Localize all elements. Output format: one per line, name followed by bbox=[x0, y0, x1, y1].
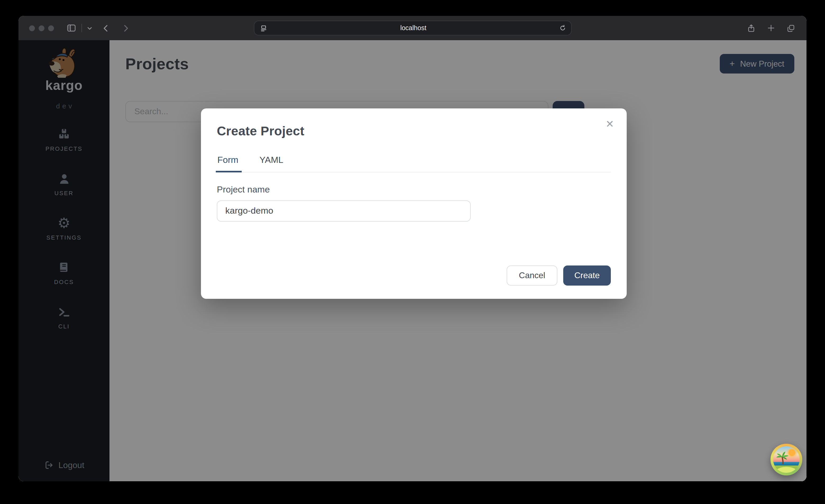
chevron-down-icon bbox=[87, 25, 92, 31]
desktop-background: localhost bbox=[0, 0, 825, 504]
plus-icon bbox=[767, 24, 775, 32]
tropical-avatar-scene bbox=[773, 446, 800, 473]
tabs-copy-icon bbox=[786, 23, 796, 32]
titlebar-right-actions bbox=[747, 23, 796, 32]
sidebar-toggle-icon bbox=[66, 23, 77, 33]
window-controls bbox=[29, 25, 54, 31]
close-window-button[interactable] bbox=[29, 25, 35, 31]
sidebar-toggle-button[interactable] bbox=[66, 23, 77, 33]
modal-close-button[interactable]: ✕ bbox=[603, 117, 616, 131]
project-name-input[interactable] bbox=[217, 201, 471, 222]
new-tab-button[interactable] bbox=[767, 24, 775, 32]
tab-form[interactable]: Form bbox=[217, 155, 239, 172]
maximize-window-button[interactable] bbox=[48, 25, 54, 31]
tropical-avatar[interactable] bbox=[770, 444, 802, 476]
titlebar-divider bbox=[81, 24, 82, 32]
palm-tree-icon bbox=[775, 450, 790, 466]
minimize-window-button[interactable] bbox=[39, 25, 45, 31]
cancel-button[interactable]: Cancel bbox=[507, 266, 557, 286]
modal-title: Create Project bbox=[217, 124, 611, 139]
reload-button[interactable] bbox=[559, 24, 567, 32]
project-name-label: Project name bbox=[217, 185, 611, 195]
url-bar[interactable]: localhost bbox=[254, 21, 572, 35]
share-icon bbox=[747, 23, 756, 32]
create-button[interactable]: Create bbox=[563, 266, 611, 286]
modal-tabs: Form YAML bbox=[217, 155, 611, 172]
reload-icon bbox=[559, 24, 567, 32]
url-text: localhost bbox=[268, 24, 559, 32]
forward-button[interactable] bbox=[121, 23, 130, 32]
tab-group-dropdown-button[interactable] bbox=[87, 25, 92, 31]
app-body: kargo dev bbox=[18, 40, 807, 481]
modal-footer: Cancel Create bbox=[507, 266, 611, 286]
browser-window: localhost bbox=[18, 16, 807, 481]
browser-titlebar: localhost bbox=[18, 16, 807, 40]
back-button[interactable] bbox=[101, 23, 110, 32]
page-format-icon[interactable] bbox=[260, 24, 268, 32]
tab-yaml[interactable]: YAML bbox=[259, 155, 284, 172]
share-button[interactable] bbox=[747, 23, 756, 32]
create-project-modal: ✕ Create Project Form YAML Project name … bbox=[201, 109, 627, 299]
chevron-right-icon bbox=[121, 23, 130, 32]
tab-overview-button[interactable] bbox=[786, 23, 796, 32]
chevron-left-icon bbox=[101, 23, 110, 32]
